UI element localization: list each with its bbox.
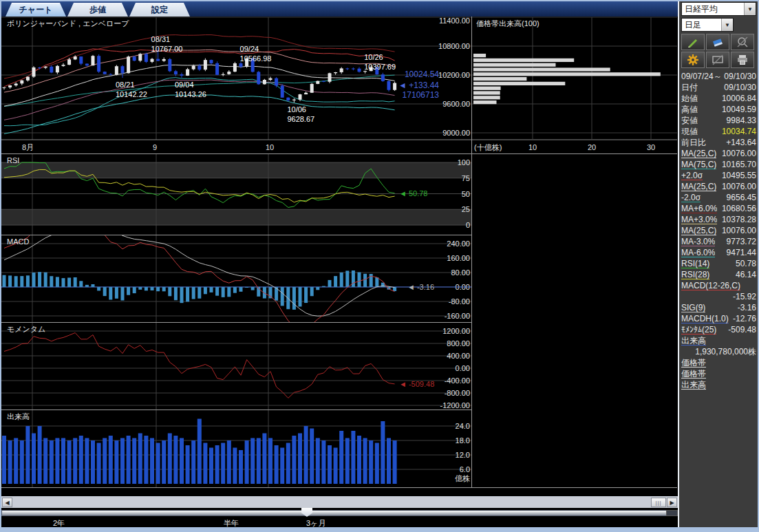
range-label[interactable]: 半年 bbox=[224, 518, 239, 529]
svg-text:モメンタム: モメンタム bbox=[7, 325, 45, 333]
svg-text:10: 10 bbox=[528, 143, 537, 151]
svg-text:-1200.00: -1200.00 bbox=[440, 401, 470, 409]
svg-text:億株: 億株 bbox=[455, 474, 470, 482]
scroll-right-button[interactable]: ▶ bbox=[667, 498, 677, 507]
print-button[interactable] bbox=[731, 52, 754, 68]
svg-text:10024.54: 10024.54 bbox=[405, 70, 439, 79]
range-slider[interactable] bbox=[1, 508, 678, 518]
screen-disabled-icon bbox=[711, 53, 725, 67]
panel-rsi[interactable]: 1007550250◄ 50.78RSI bbox=[1, 154, 678, 235]
panel-momentum[interactable]: 1200.00800.00400.000.00-400.00-800.00-12… bbox=[1, 323, 678, 410]
svg-text:10143.26: 10143.26 bbox=[175, 90, 206, 98]
sidebar-row: RSI(28)46.14 bbox=[681, 269, 756, 280]
svg-text:75: 75 bbox=[462, 174, 470, 182]
sidebar-row: 始値10006.84 bbox=[681, 93, 756, 104]
sidebar-row: -15.92 bbox=[681, 291, 756, 302]
range-slider-labels: 2年半年3ヶ月 bbox=[1, 518, 678, 527]
svg-text:10200.00: 10200.00 bbox=[438, 71, 470, 79]
chevron-down-icon[interactable]: ▼ bbox=[721, 19, 733, 31]
sidebar-row: 1,930,780,000株 bbox=[681, 346, 756, 357]
svg-text:◄ -3.16: ◄ -3.16 bbox=[407, 283, 434, 291]
zoom-disabled-button[interactable] bbox=[731, 34, 754, 50]
svg-text:10142.22: 10142.22 bbox=[116, 90, 147, 98]
sidebar-row: 出来高 bbox=[681, 335, 756, 346]
chart-area: 11400.0010800.0010200.009600.009000.008月… bbox=[1, 17, 678, 527]
toolbar bbox=[681, 34, 756, 68]
svg-text:400.00: 400.00 bbox=[447, 352, 470, 360]
svg-text:0: 0 bbox=[466, 221, 470, 229]
sidebar-row: MA(75,C)10165.70 bbox=[681, 159, 756, 170]
svg-text:10566.98: 10566.98 bbox=[240, 54, 272, 63]
svg-text:100: 100 bbox=[458, 158, 470, 167]
svg-text:8月: 8月 bbox=[22, 143, 34, 151]
svg-text:-400.00: -400.00 bbox=[445, 376, 470, 385]
svg-text:08/31: 08/31 bbox=[151, 35, 171, 43]
svg-text:9000.00: 9000.00 bbox=[442, 129, 470, 137]
sidebar-row: MA+3.0%10378.28 bbox=[681, 214, 756, 225]
chart-bottom-strip bbox=[1, 488, 678, 497]
sidebar-values: 09/07/24～09/10/30日付09/10/30始値10006.84高値1… bbox=[681, 71, 756, 390]
sidebar-link[interactable]: 価格帯 bbox=[681, 357, 756, 368]
sidebar-row: MACDH(1.0)-12.76 bbox=[681, 313, 756, 324]
svg-text:800.00: 800.00 bbox=[447, 339, 470, 348]
range-label[interactable]: 3ヶ月 bbox=[306, 518, 325, 529]
svg-text:09/04: 09/04 bbox=[175, 81, 194, 89]
svg-text:09/24: 09/24 bbox=[240, 45, 259, 53]
svg-text:1200.00: 1200.00 bbox=[442, 327, 470, 335]
chevron-down-icon[interactable]: ▼ bbox=[744, 3, 756, 15]
sidebar-row: 安値9984.33 bbox=[681, 115, 756, 126]
svg-text:9628.67: 9628.67 bbox=[287, 115, 314, 123]
sidebar-row: 高値10049.59 bbox=[681, 104, 756, 115]
svg-text:11400.00: 11400.00 bbox=[439, 17, 470, 25]
pencil-icon bbox=[686, 35, 700, 49]
panel-macd[interactable]: 240.00160.0080.000.00-80.00-160.00◄ -3.1… bbox=[1, 235, 678, 323]
range-slider-track[interactable] bbox=[1, 510, 672, 516]
tab-0[interactable]: チャート bbox=[6, 3, 66, 17]
sidebar-row: SIG(9)-3.16 bbox=[681, 302, 756, 313]
period-select[interactable]: 日足 ▼ bbox=[681, 18, 734, 32]
range-slider-cap bbox=[666, 510, 678, 516]
sidebar-link[interactable]: 価格帯 bbox=[681, 368, 756, 379]
eraser-button[interactable] bbox=[706, 34, 729, 50]
zoom-disabled-icon bbox=[736, 35, 749, 49]
svg-text:10/06: 10/06 bbox=[287, 105, 306, 114]
scroll-left-button[interactable]: ◀ bbox=[2, 498, 12, 507]
svg-text:10800.00: 10800.00 bbox=[438, 42, 470, 50]
printer-icon bbox=[736, 53, 749, 67]
sidebar-row: 09/07/24～09/10/30 bbox=[681, 71, 756, 82]
tab-2[interactable]: 設定 bbox=[129, 3, 190, 17]
tab-1[interactable]: 歩値 bbox=[67, 3, 128, 17]
symbol-select[interactable]: 日経平均 ▼ bbox=[681, 2, 756, 16]
scrollbar-thumb[interactable]: ||| bbox=[651, 498, 666, 507]
sidebar-row: MA(25,C)10076.00 bbox=[681, 148, 756, 159]
svg-text:◄ 50.78: ◄ 50.78 bbox=[399, 189, 427, 198]
svg-text:9: 9 bbox=[153, 143, 157, 151]
sidebar-row: 現値10034.74 bbox=[681, 126, 756, 137]
screen-disabled-button[interactable] bbox=[706, 52, 729, 68]
panel-price-chart[interactable]: 11400.0010800.0010200.009600.009000.008月… bbox=[1, 17, 678, 154]
svg-text:25: 25 bbox=[462, 205, 470, 213]
sidebar: 日経平均 ▼ 日足 ▼ 09/ bbox=[678, 1, 758, 527]
sidebar-link[interactable]: 出来高 bbox=[681, 379, 756, 390]
svg-text:(十億株): (十億株) bbox=[474, 143, 502, 151]
settings-button[interactable] bbox=[681, 52, 705, 68]
sidebar-row: MACD(12-26,C) bbox=[681, 280, 756, 291]
svg-text:-800.00: -800.00 bbox=[445, 389, 470, 397]
svg-text:160.00: 160.00 bbox=[447, 254, 470, 262]
sidebar-row: 日付09/10/30 bbox=[681, 82, 756, 93]
horizontal-scrollbar[interactable]: ◀ ||| ▶ bbox=[1, 497, 678, 508]
svg-text:6.0: 6.0 bbox=[460, 465, 470, 474]
panel-volume[interactable]: 24.018.012.06.0億株出来高 bbox=[1, 410, 678, 488]
period-select-value: 日足 bbox=[682, 19, 721, 31]
sidebar-row: +2.0σ10495.55 bbox=[681, 170, 756, 181]
svg-text:出来高: 出来高 bbox=[7, 412, 30, 421]
draw-line-button[interactable] bbox=[681, 34, 705, 50]
eraser-icon bbox=[711, 35, 725, 49]
svg-text:17106713: 17106713 bbox=[403, 90, 440, 100]
sidebar-row: MA-6.0%9471.44 bbox=[681, 247, 756, 258]
svg-text:10/26: 10/26 bbox=[364, 53, 383, 61]
range-label[interactable]: 2年 bbox=[53, 518, 65, 529]
svg-text:-160.00: -160.00 bbox=[445, 312, 470, 320]
svg-text:◄ -509.48: ◄ -509.48 bbox=[399, 380, 434, 388]
sidebar-row: ﾓﾒﾝﾀﾑ(25)-509.48 bbox=[681, 324, 756, 335]
